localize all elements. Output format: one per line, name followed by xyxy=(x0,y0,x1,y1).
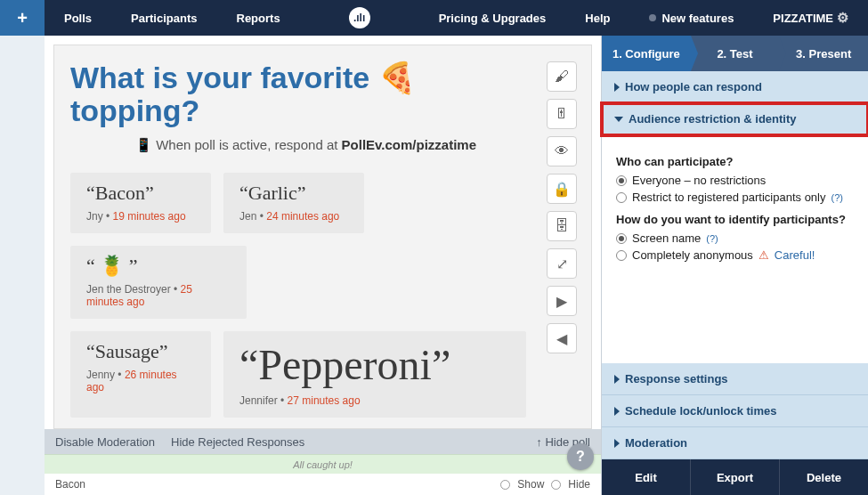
hint-link[interactable]: (?) xyxy=(831,192,842,203)
response-author: Jen the Destroyer xyxy=(86,283,171,296)
expand-icon: ⤢ xyxy=(556,256,568,272)
delete-button[interactable]: Delete xyxy=(779,459,868,495)
moderation-bar: Disable Moderation Hide Rejected Respons… xyxy=(45,429,601,454)
nav-new-features-label: New features xyxy=(661,12,734,25)
lock-icon: 🔒 xyxy=(553,181,571,198)
poll-title: What is your favorite 🍕 topping? xyxy=(70,61,541,128)
help-bubble-button[interactable]: ? xyxy=(567,443,594,470)
paintbrush-icon: 🖌 xyxy=(555,69,569,85)
nav-new-features[interactable]: New features xyxy=(629,0,753,36)
show-label: Show xyxy=(517,478,544,491)
settings-button[interactable]: 🎚 xyxy=(547,99,577,129)
queue-item-text: Bacon xyxy=(55,478,85,491)
pizza-icon: 🍕 xyxy=(378,61,416,94)
radio-icon xyxy=(616,250,627,261)
section-how-respond[interactable]: How people can respond xyxy=(602,71,868,103)
section-moderation[interactable]: Moderation xyxy=(602,427,868,459)
step-configure[interactable]: 1. Configure xyxy=(602,36,691,71)
hint-link[interactable]: (?) xyxy=(706,233,718,244)
question-icon: ? xyxy=(576,449,585,465)
nav-participants[interactable]: Participants xyxy=(111,0,216,36)
sliders-icon: 🎚 xyxy=(555,106,569,122)
top-nav: + Polls Participants Reports .ılı Pricin… xyxy=(0,0,868,36)
response-time: 24 minutes ago xyxy=(266,210,339,223)
radio-icon xyxy=(616,233,627,244)
response-text: “Pepperoni” xyxy=(239,340,510,389)
opt-screen-name-label: Screen name xyxy=(632,231,701,245)
paintbrush-button[interactable]: 🖌 xyxy=(547,61,577,92)
section-audience[interactable]: Audience restriction & identity xyxy=(602,103,868,135)
response-text: “Bacon” xyxy=(86,182,195,205)
radio-icon xyxy=(616,175,627,186)
response-time: 27 minutes ago xyxy=(288,394,361,407)
show-radio[interactable] xyxy=(500,480,510,490)
question-identify: How do you want to identify participants… xyxy=(616,213,854,226)
nav-user[interactable]: PIZZATIME ⚙ xyxy=(753,0,868,36)
response-card[interactable]: “Bacon” Jny • 19 minutes ago xyxy=(70,173,211,233)
config-panel: 1. Configure 2. Test 3. Present How peop… xyxy=(601,36,868,495)
response-author: Jenny xyxy=(86,369,115,381)
poll-title-pre: What is your favorite xyxy=(70,61,378,94)
new-poll-button[interactable]: + xyxy=(0,0,45,36)
next-button[interactable]: ▶ xyxy=(547,286,577,316)
poll-instructions-prefix: When poll is active, respond at xyxy=(156,137,341,152)
nav-polls[interactable]: Polls xyxy=(45,0,111,36)
poll-canvas: 🖌 🎚 👁 🔒 🗄 ⤢ ▶ ◀ What is your favorite 🍕 … xyxy=(53,45,592,429)
careful-link[interactable]: Careful! xyxy=(775,248,815,262)
gear-icon: ⚙ xyxy=(837,10,848,26)
play-icon: ▶ xyxy=(556,293,567,310)
response-text: “ 🍍 ” xyxy=(86,255,231,278)
device-icon: 📱 xyxy=(135,137,152,152)
opt-everyone[interactable]: Everyone – no restrictions xyxy=(616,174,854,187)
response-text: “Garlic” xyxy=(239,182,348,205)
disable-moderation-link[interactable]: Disable Moderation xyxy=(55,435,155,449)
nav-pricing[interactable]: Pricing & Upgrades xyxy=(419,0,566,36)
notification-dot-icon xyxy=(649,14,656,21)
poll-url: PollEv.com/pizzatime xyxy=(342,137,476,152)
section-audience-body: Who can participate? Everyone – no restr… xyxy=(602,135,868,281)
hide-rejected-link[interactable]: Hide Rejected Responses xyxy=(171,435,304,449)
opt-restrict[interactable]: Restrict to registered participants only… xyxy=(616,191,854,204)
lock-button[interactable]: 🔒 xyxy=(547,174,577,204)
prev-button[interactable]: ◀ xyxy=(547,323,577,353)
archive-button[interactable]: 🗄 xyxy=(547,211,577,241)
eye-off-icon: 👁 xyxy=(555,143,569,159)
logo[interactable]: .ılı xyxy=(349,0,370,36)
response-time: 19 minutes ago xyxy=(113,210,186,223)
opt-everyone-label: Everyone – no restrictions xyxy=(632,174,766,187)
response-text: “Sausage” xyxy=(86,340,195,363)
archive-icon: 🗄 xyxy=(555,218,569,234)
response-card[interactable]: “Sausage” Jenny • 26 minutes ago xyxy=(70,331,211,418)
edit-button[interactable]: Edit xyxy=(602,459,690,495)
question-who: Who can participate? xyxy=(616,155,854,168)
poll-title-post: topping? xyxy=(70,93,199,127)
poll-instructions: 📱 When poll is active, respond at PollEv… xyxy=(70,137,541,153)
step-present[interactable]: 3. Present xyxy=(779,36,868,71)
action-bar: Edit Export Delete xyxy=(602,459,868,495)
response-card[interactable]: “Garlic” Jen • 24 minutes ago xyxy=(223,173,364,233)
opt-anonymous[interactable]: Completely anonymous ⚠ Careful! xyxy=(616,248,854,262)
steps: 1. Configure 2. Test 3. Present xyxy=(602,36,868,71)
visibility-button[interactable]: 👁 xyxy=(547,136,577,166)
section-response-settings[interactable]: Response settings xyxy=(602,363,868,395)
hide-radio[interactable] xyxy=(551,480,561,490)
hide-label: Hide xyxy=(568,478,590,491)
fullscreen-button[interactable]: ⤢ xyxy=(547,248,577,279)
caught-up-banner: All caught up! xyxy=(45,454,601,474)
response-card[interactable]: “Pepperoni” Jennifer • 27 minutes ago xyxy=(223,331,526,418)
response-author: Jennifer xyxy=(239,394,278,407)
opt-restrict-label: Restrict to registered participants only xyxy=(632,191,825,204)
export-button[interactable]: Export xyxy=(690,459,779,495)
nav-help[interactable]: Help xyxy=(565,0,629,36)
step-test[interactable]: 2. Test xyxy=(691,36,780,71)
nav-user-label: PIZZATIME xyxy=(773,12,833,25)
nav-reports[interactable]: Reports xyxy=(217,0,300,36)
logo-icon: .ılı xyxy=(349,7,370,28)
response-author: Jny xyxy=(86,210,103,223)
moderation-queue-row: Bacon Show Hide ? xyxy=(45,474,601,495)
warning-icon: ⚠ xyxy=(758,248,769,262)
section-schedule[interactable]: Schedule lock/unlock times xyxy=(602,395,868,427)
response-card[interactable]: “ 🍍 ” Jen the Destroyer • 25 minutes ago xyxy=(70,246,247,319)
opt-screen-name[interactable]: Screen name (?) xyxy=(616,231,854,245)
back-icon: ◀ xyxy=(556,330,567,347)
